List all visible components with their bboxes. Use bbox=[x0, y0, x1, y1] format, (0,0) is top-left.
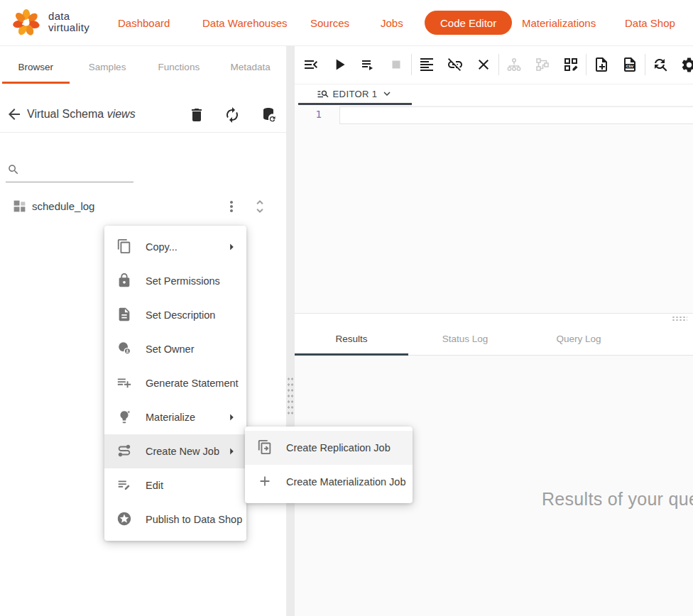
nav-sources[interactable]: Sources bbox=[310, 0, 349, 45]
panel-splitter-horizontal[interactable] bbox=[295, 313, 693, 324]
run-script-playlist-play-icon[interactable] bbox=[354, 50, 382, 79]
code-editor-area[interactable]: 1 bbox=[295, 105, 693, 313]
submenu-arrow-icon bbox=[224, 409, 239, 425]
search-input[interactable] bbox=[24, 167, 133, 180]
chevron-down-icon[interactable] bbox=[381, 87, 393, 100]
node-tree-icon bbox=[500, 50, 528, 79]
tab-browser[interactable]: Browser bbox=[0, 45, 72, 84]
menu-item-publish-to-data-shop[interactable]: Publish to Data Shop bbox=[104, 502, 246, 537]
create-new-job-submenu: Create Replication Job Create Materializ… bbox=[245, 427, 413, 503]
menu-item-label: Set Owner bbox=[146, 343, 195, 355]
tab-metadata[interactable]: Metadata bbox=[214, 45, 286, 84]
menu-item-create-new-job[interactable]: Create New Job bbox=[104, 434, 246, 468]
nav-jobs[interactable]: Jobs bbox=[381, 0, 403, 45]
database-refresh-icon[interactable] bbox=[260, 106, 277, 123]
menu-item-set-permissions[interactable]: Set Permissions bbox=[104, 264, 246, 298]
menu-item-label: Materialize bbox=[146, 412, 195, 423]
splitter-grip bbox=[672, 316, 687, 321]
trash-icon[interactable] bbox=[188, 106, 205, 123]
csv-export-icon[interactable]: CSV bbox=[616, 50, 644, 79]
menu-item-copy[interactable]: Copy... bbox=[104, 230, 246, 264]
submenu-arrow-icon bbox=[224, 239, 239, 255]
copy-arrow-icon bbox=[257, 439, 274, 456]
menu-item-label: Set Permissions bbox=[146, 275, 220, 287]
menu-item-label: Set Description bbox=[146, 309, 215, 321]
menu-item-generate-statement[interactable]: Generate Statement bbox=[104, 366, 246, 400]
schema-title: Virtual Schema views bbox=[27, 108, 136, 121]
results-tab-bar: Results Status Log Query Log bbox=[295, 323, 693, 356]
toolbar-separator bbox=[411, 54, 412, 75]
gear-icon[interactable] bbox=[675, 50, 693, 79]
menu-item-materialize[interactable]: Materialize bbox=[104, 400, 246, 434]
tab-results[interactable]: Results bbox=[295, 323, 408, 355]
link-off-icon[interactable] bbox=[441, 50, 469, 79]
editor-tab-bar: EDITOR 1 bbox=[295, 84, 693, 105]
tab-query-log[interactable]: Query Log bbox=[522, 323, 635, 355]
document-icon bbox=[116, 307, 133, 324]
panel-splitter-vertical[interactable] bbox=[286, 45, 295, 616]
owner-badge-icon bbox=[116, 341, 133, 358]
sidebar-tabs: Browser Samples Functions Metadata bbox=[0, 45, 286, 84]
nav-code-editor-active[interactable]: Code Editor bbox=[425, 11, 512, 35]
plus-icon bbox=[257, 473, 274, 490]
lock-icon bbox=[116, 273, 133, 290]
copy-icon bbox=[116, 238, 133, 255]
editor-active-line[interactable] bbox=[339, 106, 693, 124]
logo-flower-icon bbox=[10, 6, 43, 38]
submenu-item-create-materialization-job[interactable]: Create Materialization Job bbox=[245, 465, 413, 499]
code-editor-panel: CSV EDITOR 1 1 bbox=[295, 45, 693, 616]
unfold-more-icon[interactable] bbox=[251, 198, 268, 215]
file-add-icon[interactable] bbox=[587, 50, 616, 79]
back-arrow-icon[interactable] bbox=[6, 106, 23, 123]
find-replace-icon[interactable] bbox=[646, 50, 675, 79]
layout-edit-icon[interactable] bbox=[557, 50, 585, 79]
menu-item-set-description[interactable]: Set Description bbox=[104, 298, 246, 332]
stop-icon bbox=[382, 50, 410, 79]
more-vert-icon[interactable] bbox=[223, 198, 240, 215]
clear-close-icon[interactable] bbox=[469, 50, 498, 79]
schema-header: Virtual Schema views bbox=[0, 84, 286, 133]
menu-item-label: Generate Statement bbox=[146, 378, 239, 389]
tree-item-label: schedule_log bbox=[32, 200, 94, 212]
menu-item-edit[interactable]: Edit bbox=[104, 468, 246, 502]
menu-item-label: Copy... bbox=[146, 241, 178, 253]
menu-item-label: Edit bbox=[146, 480, 163, 491]
nav-materializations[interactable]: Materializations bbox=[522, 0, 596, 45]
tab-editor-1[interactable]: EDITOR 1 bbox=[298, 84, 412, 105]
svg-text:CSV: CSV bbox=[626, 65, 634, 68]
refresh-icon[interactable] bbox=[224, 106, 241, 123]
brand-logo[interactable]: data virtuality bbox=[10, 6, 89, 38]
toolbar-separator bbox=[498, 54, 499, 75]
nav-dashboard[interactable]: Dashboard bbox=[118, 0, 170, 45]
playlist-add-icon bbox=[116, 375, 133, 392]
table-icon bbox=[12, 199, 27, 214]
tree-item-schedule-log[interactable]: schedule_log bbox=[0, 195, 286, 218]
results-placeholder-text: Results of your querie bbox=[542, 489, 693, 510]
tab-functions[interactable]: Functions bbox=[143, 45, 215, 84]
toolbar-separator bbox=[645, 54, 645, 75]
top-navigation-bar: data virtuality Dashboard Data Warehouse… bbox=[0, 0, 693, 46]
tab-status-log[interactable]: Status Log bbox=[408, 323, 522, 355]
splitter-grip bbox=[287, 376, 294, 416]
editor-toolbar: CSV bbox=[295, 45, 693, 84]
toolbar-separator bbox=[586, 54, 586, 75]
sidebar-search bbox=[6, 152, 133, 182]
menu-item-set-owner[interactable]: Set Owner bbox=[104, 332, 246, 366]
submenu-item-label: Create Replication Job bbox=[286, 442, 391, 453]
lightbulb-sparkle-icon bbox=[116, 409, 133, 426]
format-align-left-icon[interactable] bbox=[413, 50, 441, 79]
menu-collapse-icon[interactable] bbox=[297, 50, 325, 79]
route-icon bbox=[116, 443, 133, 460]
schema-diagram-icon bbox=[528, 50, 557, 79]
editor-tab-label: EDITOR 1 bbox=[333, 89, 378, 99]
app-window: data virtuality Dashboard Data Warehouse… bbox=[0, 0, 693, 616]
nav-data-shop[interactable]: Data Shop bbox=[625, 0, 675, 45]
playlist-edit-icon bbox=[116, 477, 133, 494]
line-number: 1 bbox=[295, 109, 322, 120]
tab-samples[interactable]: Samples bbox=[72, 45, 143, 84]
run-query-play-icon[interactable] bbox=[325, 50, 354, 79]
menu-item-label: Publish to Data Shop bbox=[146, 514, 242, 525]
submenu-item-create-replication-job[interactable]: Create Replication Job bbox=[245, 431, 413, 465]
submenu-arrow-icon bbox=[224, 444, 239, 459]
nav-data-warehouses[interactable]: Data Warehouses bbox=[202, 0, 288, 45]
